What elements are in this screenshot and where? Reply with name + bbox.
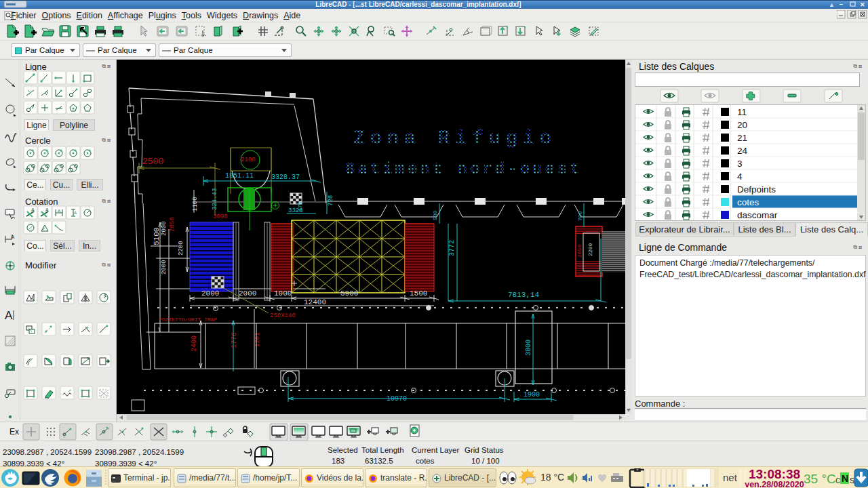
svg-text:2858: 2858 xyxy=(169,217,176,232)
svg-text:24: 24 xyxy=(737,146,748,156)
svg-text:4: 4 xyxy=(737,171,743,182)
svg-text:1776: 1776 xyxy=(231,332,238,348)
svg-text:c: c xyxy=(835,474,840,485)
svg-text:324.43: 324.43 xyxy=(212,188,218,210)
svg-text:10970: 10970 xyxy=(387,395,407,403)
svg-text:Zona Rifugio: Zona Rifugio xyxy=(353,127,557,150)
svg-text:–: – xyxy=(840,1,843,7)
svg-text:3090: 3090 xyxy=(213,214,228,220)
svg-text:1100: 1100 xyxy=(192,197,199,211)
svg-text:net: net xyxy=(723,472,738,483)
svg-text:1201: 1201 xyxy=(254,332,261,347)
svg-text:250X140: 250X140 xyxy=(270,312,296,319)
svg-text:2200: 2200 xyxy=(178,241,184,256)
svg-text:500: 500 xyxy=(432,210,438,220)
svg-text:A: A xyxy=(11,234,15,240)
svg-text:5100: 5100 xyxy=(153,228,161,245)
svg-text:2100: 2100 xyxy=(241,157,256,163)
svg-text:Batiment nord-ouest: Batiment nord-ouest xyxy=(345,160,583,178)
svg-text:35 °C: 35 °C xyxy=(804,472,836,486)
svg-text:178: 178 xyxy=(297,201,303,211)
svg-text:2000: 2000 xyxy=(161,260,167,274)
svg-text:3800: 3800 xyxy=(525,340,532,356)
svg-text:3772: 3772 xyxy=(448,240,456,256)
svg-text:13:08:38: 13:08:38 xyxy=(749,467,800,481)
svg-text:Defpoints: Defpoints xyxy=(737,184,776,195)
svg-text:▲: ▲ xyxy=(829,1,835,8)
svg-text:700: 700 xyxy=(577,211,583,221)
svg-text:2500: 2500 xyxy=(142,157,163,167)
svg-text:1851.11: 1851.11 xyxy=(225,172,254,180)
svg-text:2000: 2000 xyxy=(239,289,256,298)
svg-text:s: s xyxy=(850,474,854,485)
svg-text:2200: 2200 xyxy=(587,243,593,256)
svg-text:3328.37: 3328.37 xyxy=(271,174,300,181)
svg-text:cotes: cotes xyxy=(737,197,760,207)
svg-text:11: 11 xyxy=(737,107,747,117)
svg-text:1900: 1900 xyxy=(524,391,540,399)
svg-text:1500: 1500 xyxy=(410,289,427,298)
svg-text:A: A xyxy=(74,211,77,215)
svg-text:dascomar: dascomar xyxy=(737,210,778,220)
svg-text:✕: ✕ xyxy=(860,1,865,8)
svg-text:2650: 2650 xyxy=(576,245,583,258)
svg-text:2000: 2000 xyxy=(201,289,219,298)
svg-text:3: 3 xyxy=(737,159,743,169)
svg-text:20: 20 xyxy=(737,120,747,130)
svg-text:5900: 5900 xyxy=(340,289,358,298)
svg-text:12400: 12400 xyxy=(304,298,326,306)
svg-text:18 °C: 18 °C xyxy=(540,472,564,483)
svg-text:A: A xyxy=(5,309,13,322)
svg-text:21: 21 xyxy=(737,133,747,143)
svg-text:2000: 2000 xyxy=(161,221,167,236)
svg-text:POZZETTO/GRIT TRAP: POZZETTO/GRIT TRAP xyxy=(159,317,218,323)
svg-text:1000: 1000 xyxy=(274,289,292,298)
svg-text:A: A xyxy=(45,207,49,212)
svg-text:7813,14: 7813,14 xyxy=(508,291,540,299)
svg-text:ven.28/08/2020: ven.28/08/2020 xyxy=(745,480,804,488)
svg-text:A: A xyxy=(31,207,35,212)
svg-text:A: A xyxy=(58,209,60,213)
svg-text:728: 728 xyxy=(328,195,334,206)
svg-text:2400: 2400 xyxy=(191,336,198,352)
svg-text:N: N xyxy=(842,473,848,484)
svg-text:Ex: Ex xyxy=(9,427,19,436)
